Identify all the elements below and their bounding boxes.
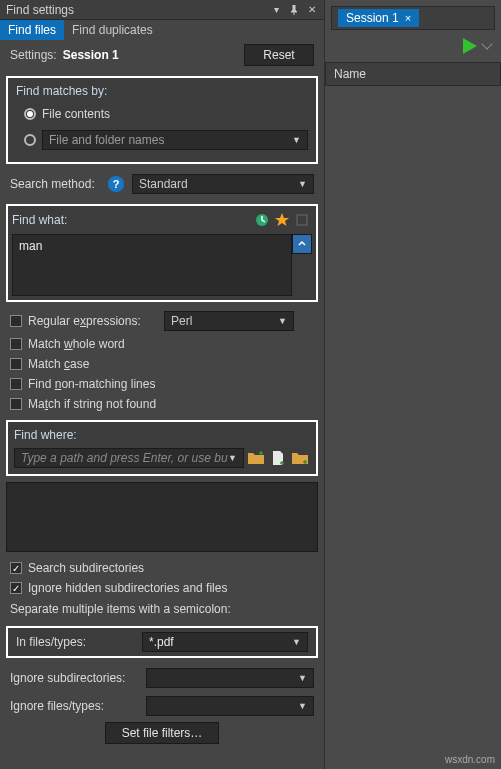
ignore-types-row: Ignore files/types: ▼ [0, 692, 324, 720]
dropdown-text: *.pdf [149, 635, 292, 649]
path-placeholder: Type a path and press Enter, or use butt… [21, 451, 228, 465]
svg-rect-1 [297, 215, 307, 225]
not-found-row[interactable]: Match if string not found [0, 394, 324, 414]
file-types-panel: In files/types: *.pdf ▼ [6, 626, 318, 658]
whole-word-checkbox[interactable] [10, 338, 22, 350]
not-found-checkbox[interactable] [10, 398, 22, 410]
ignore-sub-label: Ignore subdirectories: [10, 671, 140, 685]
ignore-hidden-checkbox[interactable] [10, 582, 22, 594]
settings-row: Settings: Session 1 Reset [0, 40, 324, 70]
not-found-label: Match if string not found [28, 397, 156, 411]
ignore-types-dropdown[interactable]: ▼ [146, 696, 314, 716]
separator-hint: Separate multiple items with a semicolon… [0, 598, 324, 620]
ignore-hidden-row[interactable]: Ignore hidden subdirectories and files [0, 578, 324, 598]
session-tabbar: Session 1 × [331, 6, 495, 30]
match-case-checkbox[interactable] [10, 358, 22, 370]
tab-find-files[interactable]: Find files [0, 20, 64, 40]
mode-tabs: Find files Find duplicates [0, 20, 324, 40]
dropdown-text: File and folder names [49, 133, 292, 147]
watermark: wsxdn.com [445, 754, 495, 765]
regex-checkbox[interactable] [10, 315, 22, 327]
search-sub-checkbox[interactable] [10, 562, 22, 574]
options-icon[interactable] [292, 210, 312, 230]
session-tab-label: Session 1 [346, 11, 399, 25]
session-tab[interactable]: Session 1 × [338, 9, 419, 27]
search-sub-row[interactable]: Search subdirectories [0, 558, 324, 578]
find-matches-title: Find matches by: [16, 84, 308, 98]
path-input[interactable]: Type a path and press Enter, or use butt… [14, 448, 244, 468]
add-subfolder-icon[interactable] [290, 448, 310, 468]
dropdown-icon[interactable]: ▾ [268, 2, 284, 18]
find-where-title: Find where: [14, 428, 310, 442]
pin-icon[interactable] [286, 2, 302, 18]
file-types-label: In files/types: [16, 635, 136, 649]
dropdown-text: Standard [139, 177, 298, 191]
ignore-hidden-label: Ignore hidden subdirectories and files [28, 581, 227, 595]
browse-folder-icon[interactable] [246, 448, 266, 468]
radio-icon [24, 108, 36, 120]
search-method-dropdown[interactable]: Standard ▼ [132, 174, 314, 194]
regex-label: Regular expressions: [28, 314, 158, 328]
chevron-down-icon: ▼ [292, 637, 301, 647]
settings-label: Settings: [10, 48, 57, 62]
run-dropdown-icon[interactable] [481, 38, 492, 49]
help-icon[interactable]: ? [108, 176, 124, 192]
find-what-title: Find what: [12, 213, 252, 227]
chevron-down-icon: ▼ [228, 453, 237, 463]
set-filters-button[interactable]: Set file filters… [105, 722, 220, 744]
tab-find-duplicates[interactable]: Find duplicates [64, 20, 161, 40]
ignore-sub-row: Ignore subdirectories: ▼ [0, 664, 324, 692]
run-button[interactable] [463, 38, 477, 54]
favorite-icon[interactable] [272, 210, 292, 230]
file-types-dropdown[interactable]: *.pdf ▼ [142, 632, 308, 652]
search-method-label: Search method: [10, 177, 100, 191]
whole-word-label: Match whole word [28, 337, 125, 351]
chevron-down-icon: ▼ [298, 701, 307, 711]
radio-label: File contents [42, 107, 110, 121]
chevron-down-icon: ▼ [292, 135, 301, 145]
ignore-types-label: Ignore files/types: [10, 699, 140, 713]
chevron-down-icon: ▼ [298, 673, 307, 683]
search-sub-label: Search subdirectories [28, 561, 144, 575]
non-matching-checkbox[interactable] [10, 378, 22, 390]
ignore-sub-dropdown[interactable]: ▼ [146, 668, 314, 688]
add-file-icon[interactable] [268, 448, 288, 468]
match-case-label: Match case [28, 357, 89, 371]
regex-engine-dropdown[interactable]: Perl ▼ [164, 311, 294, 331]
results-area [325, 86, 501, 769]
whole-word-row[interactable]: Match whole word [0, 334, 324, 354]
column-header-name[interactable]: Name [325, 62, 501, 86]
radio-file-contents[interactable]: File contents [16, 104, 308, 127]
expand-up-button[interactable] [292, 234, 312, 254]
find-what-input[interactable] [12, 234, 292, 296]
non-matching-row[interactable]: Find non-matching lines [0, 374, 324, 394]
non-matching-label: Find non-matching lines [28, 377, 155, 391]
radio-file-names[interactable]: File and folder names ▼ [16, 127, 308, 156]
chevron-down-icon: ▼ [298, 179, 307, 189]
panel-titlebar: Find settings ▾ ✕ [0, 0, 324, 20]
reset-button[interactable]: Reset [244, 44, 314, 66]
history-icon[interactable] [252, 210, 272, 230]
find-matches-panel: Find matches by: File contents File and … [6, 76, 318, 164]
panel-title: Find settings [4, 3, 266, 17]
toolbar [325, 30, 501, 58]
search-method-row: Search method: ? Standard ▼ [0, 170, 324, 198]
close-icon[interactable]: ✕ [304, 2, 320, 18]
dropdown-text: Perl [171, 314, 278, 328]
find-what-panel: Find what: [6, 204, 318, 302]
radio-icon [24, 134, 36, 146]
chevron-down-icon: ▼ [278, 316, 287, 326]
names-dropdown[interactable]: File and folder names ▼ [42, 130, 308, 150]
locations-list[interactable] [6, 482, 318, 552]
settings-session-name: Session 1 [63, 48, 238, 62]
find-where-panel: Find where: Type a path and press Enter,… [6, 420, 318, 476]
regex-row: Regular expressions: Perl ▼ [0, 308, 324, 334]
match-case-row[interactable]: Match case [0, 354, 324, 374]
tab-close-icon[interactable]: × [405, 12, 411, 24]
